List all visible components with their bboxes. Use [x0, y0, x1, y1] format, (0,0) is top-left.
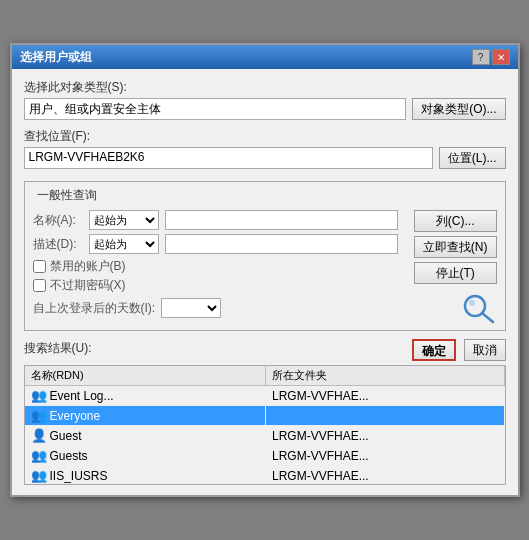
results-label: 搜索结果(U): [24, 340, 92, 357]
query-left: 名称(A): 起始为 描述(D): 起始为 [33, 210, 398, 324]
search-results-section: 搜索结果(U): 确定 取消 名称(RDN) 所在文件夹 [24, 339, 506, 485]
svg-point-2 [469, 300, 475, 306]
desc-condition-select[interactable]: 起始为 [89, 234, 159, 254]
table-row[interactable]: 👥Everyone [25, 406, 505, 426]
object-type-row: 用户、组或内置安全主体 对象类型(O)... [24, 98, 506, 120]
dialog-body: 选择此对象类型(S): 用户、组或内置安全主体 对象类型(O)... 查找位置(… [12, 69, 518, 495]
object-type-value: 用户、组或内置安全主体 [24, 98, 407, 120]
row-folder: LRGM-VVFHAE... [266, 446, 505, 466]
no-expire-password-row: 不过期密码(X) [33, 277, 398, 294]
object-type-section: 选择此对象类型(S): 用户、组或内置安全主体 对象类型(O)... [24, 79, 506, 120]
col-folder: 所在文件夹 [266, 366, 505, 386]
no-expire-password-checkbox[interactable] [33, 279, 46, 292]
table-row[interactable]: 👤GuestLRGM-VVFHAE... [25, 426, 505, 446]
row-folder: LRGM-VVFHAE... [266, 386, 505, 406]
select-user-dialog: 选择用户或组 ? ✕ 选择此对象类型(S): 用户、组或内置安全主体 对象类型(… [10, 43, 520, 497]
row-icon: 👤 [31, 428, 47, 443]
row-icon: 👥 [31, 388, 47, 403]
name-query-input[interactable] [165, 210, 398, 230]
object-type-label: 选择此对象类型(S): [24, 79, 506, 96]
stop-button[interactable]: 停止(T) [414, 262, 497, 284]
row-name: 👤Guest [25, 426, 266, 446]
table-row[interactable]: 👥GuestsLRGM-VVFHAE... [25, 446, 505, 466]
desc-query-input[interactable] [165, 234, 398, 254]
row-folder: LRGM-VVFHAE... [266, 426, 505, 446]
location-section: 查找位置(F): LRGM-VVFHAEB2K6 位置(L)... [24, 128, 506, 169]
help-button[interactable]: ? [472, 49, 490, 65]
table-row[interactable]: 👥IIS_IUSRSLRGM-VVFHAE... [25, 466, 505, 486]
col-name: 名称(RDN) [25, 366, 266, 386]
row-icon: 👥 [31, 408, 47, 423]
no-expire-password-label: 不过期密码(X) [50, 277, 126, 294]
row-folder: LRGM-VVFHAE... [266, 466, 505, 486]
name-query-row: 名称(A): 起始为 [33, 210, 398, 230]
title-bar-controls: ? ✕ [472, 49, 510, 65]
disabled-account-label: 禁用的账户(B) [50, 258, 126, 275]
close-button[interactable]: ✕ [492, 49, 510, 65]
general-query-box: 一般性查询 名称(A): 起始为 [24, 181, 506, 331]
general-query-title: 一般性查询 [33, 187, 101, 204]
name-condition-select[interactable]: 起始为 [89, 210, 159, 230]
row-name: 👥Event Log... [25, 386, 266, 406]
row-folder [266, 406, 505, 426]
disabled-account-row: 禁用的账户(B) [33, 258, 398, 275]
row-name: 👥Guests [25, 446, 266, 466]
results-table-wrapper[interactable]: 名称(RDN) 所在文件夹 👥Event Log...LRGM-VVFHAE..… [24, 365, 506, 485]
row-name: 👥Everyone [25, 406, 266, 426]
location-row: LRGM-VVFHAEB2K6 位置(L)... [24, 147, 506, 169]
object-type-button[interactable]: 对象类型(O)... [412, 98, 505, 120]
days-label: 自上次登录后的天数(I): [33, 300, 156, 317]
query-area: 名称(A): 起始为 描述(D): 起始为 [33, 210, 497, 324]
desc-query-label: 描述(D): [33, 236, 83, 253]
desc-query-row: 描述(D): 起始为 [33, 234, 398, 254]
search-now-button[interactable]: 立即查找(N) [414, 236, 497, 258]
ok-button[interactable]: 确定 [412, 339, 456, 361]
table-row[interactable]: 👥Event Log...LRGM-VVFHAE... [25, 386, 505, 406]
search-icon-area [414, 292, 497, 324]
row-icon: 👥 [31, 468, 47, 483]
search-icon [461, 292, 497, 324]
results-table: 名称(RDN) 所在文件夹 👥Event Log...LRGM-VVFHAE..… [25, 366, 505, 485]
days-row: 自上次登录后的天数(I): [33, 298, 398, 318]
columns-button[interactable]: 列(C)... [414, 210, 497, 232]
row-name: 👥IIS_IUSRS [25, 466, 266, 486]
dialog-title: 选择用户或组 [20, 49, 92, 66]
right-buttons: 列(C)... 立即查找(N) 停止(T) [414, 210, 497, 324]
disabled-account-checkbox[interactable] [33, 260, 46, 273]
cancel-button[interactable]: 取消 [464, 339, 506, 361]
general-query-section: 一般性查询 名称(A): 起始为 [24, 177, 506, 331]
row-icon: 👥 [31, 448, 47, 463]
svg-line-1 [482, 313, 493, 322]
days-select[interactable] [161, 298, 221, 318]
name-query-label: 名称(A): [33, 212, 83, 229]
location-value: LRGM-VVFHAEB2K6 [24, 147, 433, 169]
location-label: 查找位置(F): [24, 128, 506, 145]
location-button[interactable]: 位置(L)... [439, 147, 506, 169]
title-bar: 选择用户或组 ? ✕ [12, 45, 518, 69]
